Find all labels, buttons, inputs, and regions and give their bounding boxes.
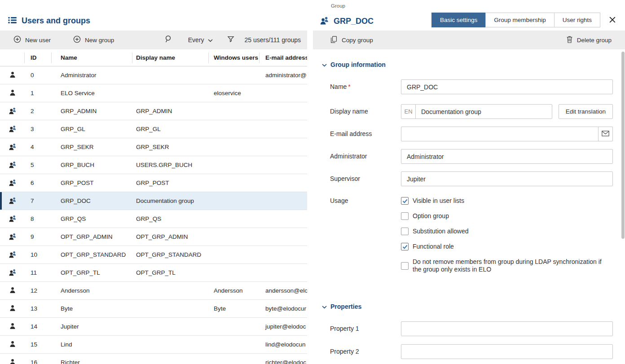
cell-id: 13 xyxy=(25,305,52,312)
table-row[interactable]: 7 GRP_DOC Documentation group xyxy=(0,192,307,210)
usage-options: Visible in user lists Option group Subst… xyxy=(401,197,613,273)
cell-name: Administrator xyxy=(52,72,132,79)
tab-bar: Basic settings Group membership User rig… xyxy=(431,13,600,27)
checkbox[interactable] xyxy=(401,212,409,220)
usage-option[interactable]: Do not remove members from group during … xyxy=(401,258,613,273)
administrator-input[interactable] xyxy=(401,149,613,164)
table-row[interactable]: 15 Lind lind@elodocun xyxy=(0,336,307,354)
usage-option[interactable]: Visible in user lists xyxy=(401,197,613,205)
usage-option[interactable]: Option group xyxy=(401,212,613,220)
table-row[interactable]: 12 Andersson Andersson andersson@elo xyxy=(0,282,307,300)
cell-email: lind@elodocun xyxy=(260,341,307,348)
cell-id: 9 xyxy=(25,233,52,240)
section-properties[interactable]: Properties xyxy=(322,303,625,310)
name-label: Name* xyxy=(330,79,401,94)
search-button[interactable] xyxy=(158,31,177,49)
language-tag: EN xyxy=(401,104,416,119)
entity-kind-label: Group xyxy=(331,3,345,9)
table-row[interactable]: 2 GRP_ADMIN GRP_ADMIN xyxy=(0,102,307,120)
table-row[interactable]: 9 OPT_GRP_ADMIN OPT_GRP_ADMIN xyxy=(0,228,307,246)
table-header-row: ID Name Display name Windows users E-mai… xyxy=(0,49,307,66)
email-picker-button[interactable] xyxy=(598,127,613,141)
close-icon xyxy=(609,16,616,25)
table-row[interactable]: 6 GRP_POST GRP_POST xyxy=(0,174,307,192)
table-row[interactable]: 4 GRP_SEKR GRP_SEKR xyxy=(0,138,307,156)
cell-name: Richter xyxy=(52,359,132,364)
checkbox-label: Substitution allowed xyxy=(413,228,469,235)
plus-circle-icon xyxy=(13,35,21,44)
new-group-button[interactable]: New group xyxy=(67,31,120,49)
cell-display: GRP_QS xyxy=(132,215,209,222)
header-windows-users[interactable]: Windows users xyxy=(209,53,260,63)
tab-user-rights[interactable]: User rights xyxy=(554,13,600,27)
detail-header: Group GRP_DOC Basic settings Group membe… xyxy=(313,0,625,31)
table-row[interactable]: 10 OPT_GRP_STANDARD OPT_GRP_STANDARD xyxy=(0,246,307,264)
filter-type-dropdown[interactable]: Every xyxy=(184,31,218,49)
close-button[interactable] xyxy=(608,17,616,25)
cell-name: GRP_GL xyxy=(52,126,132,132)
table-row[interactable]: 8 GRP_QS GRP_QS xyxy=(0,210,307,228)
cell-display: OPT_GRP_STANDARD xyxy=(132,251,209,258)
group-icon xyxy=(320,16,329,26)
property2-input[interactable] xyxy=(401,344,613,359)
edit-translation-button[interactable]: Edit translation xyxy=(559,104,613,119)
cell-id: 1 xyxy=(25,90,52,96)
supervisor-input[interactable] xyxy=(401,171,613,186)
table-row[interactable]: 16 Richter richter@elodoc xyxy=(0,354,307,364)
group-icon xyxy=(9,143,17,152)
cell-id: 0 xyxy=(25,72,52,79)
table-row[interactable]: 1 ELO Service eloservice xyxy=(0,84,307,102)
table-row[interactable]: 14 Jupiter jupiter@elodoc xyxy=(0,318,307,336)
name-input[interactable] xyxy=(401,79,613,94)
table-row[interactable]: 11 OPT_GRP_TL OPT_GRP_TL xyxy=(0,264,307,282)
checkbox-label: Functional role xyxy=(413,243,454,250)
checkbox[interactable] xyxy=(401,262,409,270)
right-scrollbar-thumb[interactable] xyxy=(621,52,625,239)
header-display-name[interactable]: Display name xyxy=(132,53,209,63)
header-email[interactable]: E-mail address xyxy=(260,53,307,63)
cell-name: GRP_BUCH xyxy=(52,162,132,168)
tab-group-membership[interactable]: Group membership xyxy=(485,13,555,27)
header-name[interactable]: Name xyxy=(52,53,132,63)
tab-basic-settings[interactable]: Basic settings xyxy=(431,13,486,27)
checkbox-label: Option group xyxy=(413,212,449,220)
panel-divider xyxy=(307,0,313,364)
cell-name: GRP_QS xyxy=(52,215,132,222)
delete-group-button[interactable]: Delete group xyxy=(566,31,612,49)
plus-circle-icon xyxy=(73,35,81,44)
table-row[interactable]: 0 Administrator administrator@ xyxy=(0,66,307,84)
table-row[interactable]: 13 Byte Byte byte@elodocur xyxy=(0,300,307,318)
page-title: Users and groups xyxy=(22,16,90,26)
cell-id: 6 xyxy=(25,180,52,186)
cell-id: 5 xyxy=(25,162,52,168)
chevron-down-icon xyxy=(208,36,213,44)
header-id[interactable]: ID xyxy=(25,53,52,63)
basic-settings-form: Group information Name* Display name EN … xyxy=(313,49,625,364)
table-row[interactable]: 3 GRP_GL GRP_GL xyxy=(0,120,307,138)
copy-group-button[interactable]: Copy group xyxy=(330,31,373,49)
display-name-input[interactable] xyxy=(415,104,552,119)
group-icon xyxy=(9,179,17,188)
checkbox[interactable] xyxy=(401,197,409,205)
filter-button[interactable] xyxy=(222,31,240,49)
group-name-title: GRP_DOC xyxy=(334,17,374,26)
cell-name: GRP_ADMIN xyxy=(52,108,132,114)
cell-id: 4 xyxy=(25,144,52,150)
display-name-label: Display name xyxy=(330,104,401,119)
section-group-information[interactable]: Group information xyxy=(322,61,625,68)
table-row[interactable]: 5 GRP_BUCH USERS.GRP_BUCH xyxy=(0,156,307,174)
usage-option[interactable]: Substitution allowed xyxy=(401,228,613,235)
property1-input[interactable] xyxy=(401,321,613,336)
cell-win: Byte xyxy=(209,305,260,312)
new-user-button[interactable]: New user xyxy=(0,31,57,49)
checkbox[interactable] xyxy=(401,243,409,250)
email-input[interactable] xyxy=(401,127,613,141)
envelope-icon xyxy=(602,130,609,138)
cell-display: GRP_ADMIN xyxy=(132,108,209,114)
user-icon xyxy=(9,358,16,364)
cell-win: Andersson xyxy=(209,287,260,294)
group-icon xyxy=(9,215,17,224)
checkbox[interactable] xyxy=(401,228,409,235)
usage-option[interactable]: Functional role xyxy=(401,243,613,250)
user-icon xyxy=(9,322,16,331)
